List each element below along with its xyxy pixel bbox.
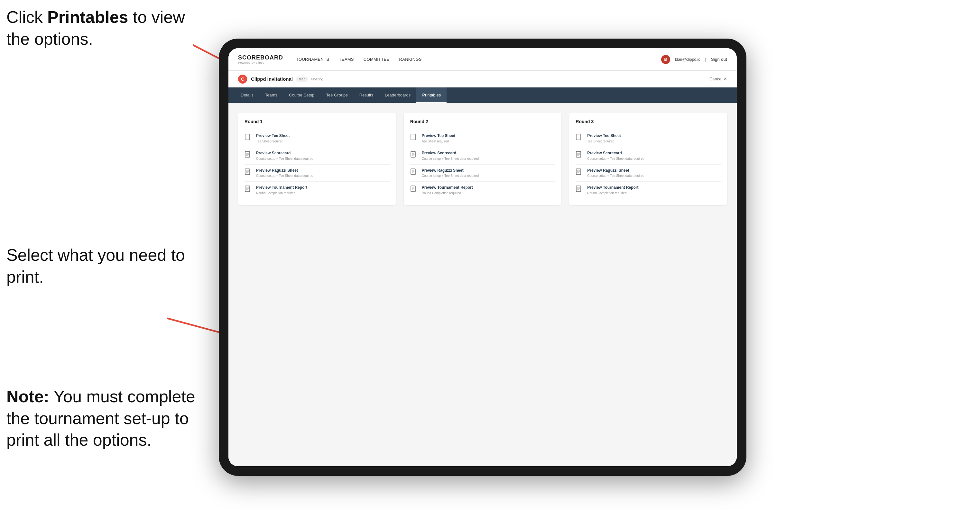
tab-printables[interactable]: Printables — [416, 87, 447, 103]
document-icon-6 — [410, 151, 418, 160]
round1-raguzzi-label: Preview Raguzzi Sheet — [256, 168, 313, 173]
round1-scorecard-text: Preview Scorecard Course setup + Tee She… — [256, 151, 313, 161]
round3-tournament-report-sub: Round Completion required — [587, 191, 638, 195]
round3-raguzzi[interactable]: Preview Raguzzi Sheet Course setup + Tee… — [576, 165, 721, 182]
tournament-header: C Clippd Invitational Men Hosting Cancel… — [228, 71, 737, 87]
instruction-middle: Select what you need to print. — [6, 244, 193, 288]
round3-tournament-report-text: Preview Tournament Report Round Completi… — [587, 185, 638, 195]
round2-scorecard-text: Preview Scorecard Course setup + Tee She… — [422, 151, 479, 161]
user-email: blair@clippd.io — [675, 57, 700, 62]
tournament-status: Hosting — [311, 77, 323, 81]
round-3-column: Round 3 Preview Tee Sheet — [569, 113, 727, 205]
round-3-title: Round 3 — [576, 119, 721, 124]
logo-subtitle: Powered by clippd — [238, 61, 283, 64]
document-icon-8 — [410, 186, 418, 195]
round3-scorecard-text: Preview Scorecard Course setup + Tee She… — [587, 151, 644, 161]
instruction-bottom-text: Note: You must complete the tournament s… — [6, 387, 195, 449]
round-1-title: Round 1 — [245, 119, 390, 124]
round2-scorecard[interactable]: Preview Scorecard Course setup + Tee She… — [410, 147, 555, 165]
round3-tournament-report[interactable]: Preview Tournament Report Round Completi… — [576, 182, 721, 199]
document-icon-4 — [245, 186, 252, 195]
document-icon-10 — [576, 151, 583, 160]
tournament-name: Clippd Invitational — [251, 76, 293, 82]
round2-tee-sheet-text: Preview Tee Sheet Tee Sheet required — [422, 133, 456, 144]
round3-scorecard-sub: Course setup + Tee Sheet data required — [587, 157, 644, 161]
round1-scorecard-sub: Course setup + Tee Sheet data required — [256, 157, 313, 161]
separator: | — [705, 57, 706, 62]
tablet-screen: SCOREBOARD Powered by clippd TOURNAMENTS… — [228, 48, 737, 466]
round1-raguzzi[interactable]: Preview Raguzzi Sheet Course setup + Tee… — [245, 165, 390, 182]
round3-tee-sheet-sub: Tee Sheet required — [587, 139, 621, 144]
document-icon-9 — [576, 134, 583, 143]
round2-tournament-report-text: Preview Tournament Report Round Completi… — [422, 185, 473, 195]
sign-out-link[interactable]: Sign out — [711, 55, 727, 63]
nav-tournaments[interactable]: TOURNAMENTS — [296, 55, 329, 63]
round1-tournament-report-label: Preview Tournament Report — [256, 185, 307, 190]
round2-scorecard-sub: Course setup + Tee Sheet data required — [422, 157, 479, 161]
instruction-bottom: Note: You must complete the tournament s… — [6, 386, 206, 451]
document-icon-11 — [576, 168, 583, 178]
round2-tournament-report-label: Preview Tournament Report — [422, 185, 473, 190]
nav-rankings[interactable]: RANKINGS — [399, 55, 422, 63]
main-content: Round 1 Preview Tee Sheet — [228, 103, 737, 466]
round3-scorecard-label: Preview Scorecard — [587, 151, 644, 156]
tab-details[interactable]: Details — [235, 87, 259, 103]
round-2-column: Round 2 Preview Tee Sheet — [404, 113, 562, 205]
document-icon-3 — [245, 168, 252, 178]
document-icon — [245, 134, 252, 143]
round-1-column: Round 1 Preview Tee Sheet — [238, 113, 396, 205]
round3-tee-sheet-label: Preview Tee Sheet — [587, 133, 621, 138]
round2-tee-sheet-sub: Tee Sheet required — [422, 139, 456, 144]
document-icon-12 — [576, 186, 583, 195]
top-nav-right: B blair@clippd.io | Sign out — [661, 55, 727, 64]
round1-raguzzi-text: Preview Raguzzi Sheet Course setup + Tee… — [256, 168, 313, 178]
round2-raguzzi-sub: Course setup + Tee Sheet data required — [422, 174, 479, 178]
round2-tournament-report-sub: Round Completion required — [422, 191, 473, 195]
document-icon-7 — [410, 168, 418, 178]
round1-scorecard[interactable]: Preview Scorecard Course setup + Tee She… — [245, 147, 390, 165]
tablet: SCOREBOARD Powered by clippd TOURNAMENTS… — [219, 38, 746, 476]
round1-tee-sheet[interactable]: Preview Tee Sheet Tee Sheet required — [245, 130, 390, 147]
round3-tee-sheet-text: Preview Tee Sheet Tee Sheet required — [587, 133, 621, 144]
round1-tee-sheet-label: Preview Tee Sheet — [256, 133, 290, 138]
cancel-button[interactable]: Cancel ✕ — [710, 76, 727, 81]
round2-scorecard-label: Preview Scorecard — [422, 151, 479, 156]
round2-tournament-report[interactable]: Preview Tournament Report Round Completi… — [410, 182, 555, 199]
round1-scorecard-label: Preview Scorecard — [256, 151, 313, 156]
rounds-grid: Round 1 Preview Tee Sheet — [238, 113, 727, 205]
nav-committee[interactable]: COMMITTEE — [364, 55, 390, 63]
round2-raguzzi-label: Preview Raguzzi Sheet — [422, 168, 479, 173]
round2-tee-sheet-label: Preview Tee Sheet — [422, 133, 456, 138]
round2-tee-sheet[interactable]: Preview Tee Sheet Tee Sheet required — [410, 130, 555, 147]
round3-raguzzi-text: Preview Raguzzi Sheet Course setup + Tee… — [587, 168, 644, 178]
document-icon-2 — [245, 151, 252, 160]
logo-area: SCOREBOARD Powered by clippd — [238, 54, 283, 64]
round3-tee-sheet[interactable]: Preview Tee Sheet Tee Sheet required — [576, 130, 721, 147]
tab-tee-groups[interactable]: Tee Groups — [320, 87, 353, 103]
instruction-middle-text: Select what you need to print. — [6, 246, 185, 286]
round2-raguzzi-text: Preview Raguzzi Sheet Course setup + Tee… — [422, 168, 479, 178]
tournament-logo-icon: C — [238, 75, 247, 84]
top-nav: SCOREBOARD Powered by clippd TOURNAMENTS… — [228, 48, 737, 71]
round1-tee-sheet-text: Preview Tee Sheet Tee Sheet required — [256, 133, 290, 144]
logo-title: SCOREBOARD — [238, 54, 283, 61]
round2-raguzzi[interactable]: Preview Raguzzi Sheet Course setup + Tee… — [410, 165, 555, 182]
round1-tournament-report[interactable]: Preview Tournament Report Round Completi… — [245, 182, 390, 199]
tab-leaderboards[interactable]: Leaderboards — [379, 87, 416, 103]
tournament-badge: Men — [296, 76, 308, 82]
round3-tournament-report-label: Preview Tournament Report — [587, 185, 638, 190]
round3-scorecard[interactable]: Preview Scorecard Course setup + Tee She… — [576, 147, 721, 165]
round3-raguzzi-sub: Course setup + Tee Sheet data required — [587, 174, 644, 178]
sub-nav: Details Teams Course Setup Tee Groups Re… — [228, 87, 737, 103]
tab-teams[interactable]: Teams — [259, 87, 283, 103]
document-icon-5 — [410, 134, 418, 143]
round1-raguzzi-sub: Course setup + Tee Sheet data required — [256, 174, 313, 178]
top-nav-links: TOURNAMENTS TEAMS COMMITTEE RANKINGS — [296, 55, 661, 63]
tab-course-setup[interactable]: Course Setup — [283, 87, 320, 103]
tab-results[interactable]: Results — [353, 87, 379, 103]
round1-tournament-report-sub: Round Completion required — [256, 191, 307, 195]
nav-teams[interactable]: TEAMS — [339, 55, 353, 63]
round1-tee-sheet-sub: Tee Sheet required — [256, 139, 290, 144]
round1-tournament-report-text: Preview Tournament Report Round Completi… — [256, 185, 307, 195]
round3-raguzzi-label: Preview Raguzzi Sheet — [587, 168, 644, 173]
